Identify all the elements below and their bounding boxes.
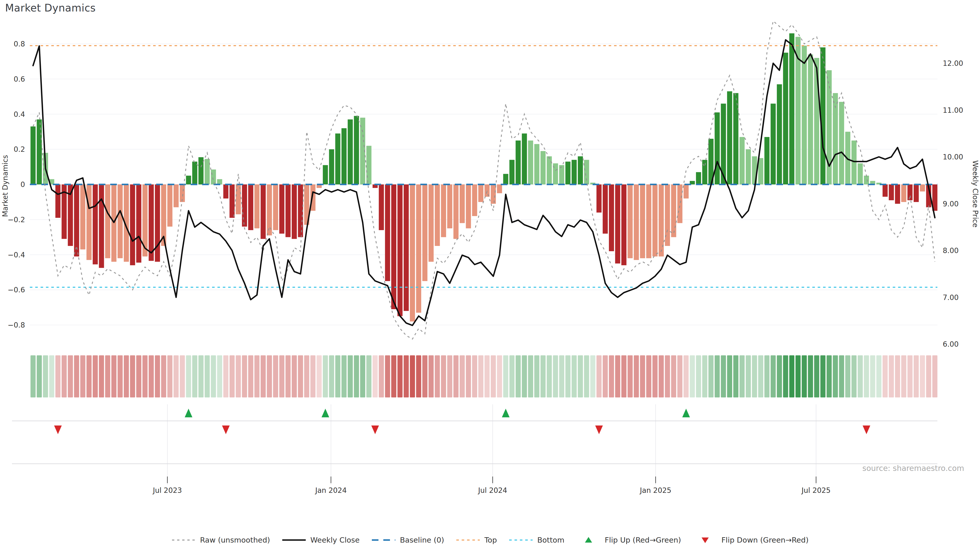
- heatmap-cell: [99, 355, 104, 397]
- dynamics-bar: [565, 162, 570, 184]
- dynamics-bar: [192, 162, 197, 184]
- heatmap-cell: [242, 355, 247, 397]
- heatmap-cell: [758, 355, 763, 397]
- dynamics-bar: [86, 184, 92, 260]
- heatmap-cell: [659, 355, 664, 397]
- heatmap-cell: [391, 355, 396, 397]
- heatmap-cell: [652, 355, 658, 397]
- heatmap-cell: [180, 355, 185, 397]
- y-axis-tick-label-right: 8.00: [943, 246, 959, 255]
- heatmap-cell: [86, 355, 92, 397]
- top-line-swatch: [456, 536, 480, 545]
- raw-line-swatch: [172, 536, 196, 545]
- dynamics-bar: [99, 184, 104, 268]
- heatmap-cell: [478, 355, 484, 397]
- heatmap-cell: [49, 355, 54, 397]
- dynamics-bar: [211, 169, 216, 184]
- dynamics-bar: [478, 184, 484, 202]
- heatmap-cell: [460, 355, 465, 397]
- heatmap-cell: [286, 355, 291, 397]
- x-axis-tick-label: Jul 2023: [152, 486, 182, 495]
- dynamics-bar: [746, 149, 751, 184]
- heatmap-cell: [497, 355, 502, 397]
- flip-up-marker: [321, 409, 329, 417]
- heatmap-cell: [93, 355, 98, 397]
- heatmap-cell: [920, 355, 925, 397]
- heatmap-cell: [354, 355, 359, 397]
- heatmap-cell: [572, 355, 577, 397]
- baseline-swatch: [371, 536, 396, 545]
- dynamics-bar: [864, 176, 869, 184]
- y-axis-tick-label-left: 0.4: [14, 110, 25, 119]
- dynamics-bar: [354, 116, 359, 184]
- dynamics-bar: [578, 156, 583, 184]
- heatmap-cell: [111, 355, 116, 397]
- legend-label: Flip Up (Red→Green): [605, 536, 681, 545]
- dynamics-bar: [528, 141, 533, 184]
- dynamics-bar: [547, 156, 552, 184]
- heatmap-cell: [329, 355, 334, 397]
- heatmap-cell: [646, 355, 651, 397]
- dynamics-bar: [652, 184, 658, 256]
- y-axis-tick-label-left: 0: [21, 180, 25, 189]
- heatmap-cell: [441, 355, 446, 397]
- dynamics-bar: [584, 160, 589, 184]
- heatmap-cell: [292, 355, 297, 397]
- heatmap-cell: [584, 355, 589, 397]
- x-axis-tick-label: Jul 2025: [801, 486, 831, 495]
- dynamics-bar: [173, 184, 179, 207]
- dynamics-bar: [149, 184, 154, 261]
- heatmap-cell: [68, 355, 73, 397]
- heatmap-cell: [541, 355, 546, 397]
- heatmap-cell: [167, 355, 172, 397]
- dynamics-bar: [366, 146, 371, 184]
- heatmap-cell: [404, 355, 409, 397]
- heatmap-cell: [410, 355, 415, 397]
- dynamics-bar: [261, 184, 266, 239]
- y-axis-tick-label-left: −0.4: [8, 251, 25, 259]
- legend-item[interactable]: Flip Up (Red→Green): [576, 536, 681, 545]
- dynamics-bar: [472, 184, 477, 216]
- heatmap-cell: [547, 355, 552, 397]
- y-axis-tick-label-right: 11.00: [943, 106, 963, 114]
- y-axis-tick-label-left: 0.6: [14, 75, 25, 83]
- heatmap-cell: [590, 355, 595, 397]
- dynamics-bar: [404, 184, 409, 311]
- dynamics-bar: [30, 127, 36, 184]
- x-axis-tick-label: Jan 2024: [315, 486, 347, 495]
- legend-item[interactable]: Baseline (0): [371, 536, 444, 545]
- heatmap-cell: [435, 355, 440, 397]
- heatmap-cell: [348, 355, 353, 397]
- dynamics-bar: [497, 184, 502, 193]
- heatmap-cell: [323, 355, 328, 397]
- heatmap-cell: [746, 355, 751, 397]
- heatmap-cell: [428, 355, 434, 397]
- heatmap-cell: [56, 355, 60, 397]
- flip-up-marker: [502, 409, 510, 417]
- flip-down-marker: [371, 426, 379, 434]
- heatmap-cell: [385, 355, 390, 397]
- heatmap-cell: [833, 355, 838, 397]
- legend-item[interactable]: Weekly Close: [282, 536, 360, 545]
- heatmap-cell: [889, 355, 894, 397]
- dynamics-bar: [851, 141, 856, 184]
- dynamics-bar: [603, 184, 608, 233]
- dynamics-bar: [733, 93, 738, 184]
- dynamics-bar: [453, 184, 458, 239]
- y-axis-tick-label-right: 12.00: [943, 59, 963, 68]
- heatmap-cell: [845, 355, 850, 397]
- legend-item[interactable]: Top: [456, 536, 497, 545]
- heatmap-cell: [671, 355, 676, 397]
- heatmap-cell: [740, 355, 745, 397]
- heatmap-cell: [335, 355, 340, 397]
- dynamics-bar: [428, 184, 434, 262]
- dynamics-bar: [342, 128, 347, 184]
- legend-item[interactable]: Raw (unsmoothed): [172, 536, 270, 545]
- dynamics-bar: [883, 184, 888, 197]
- heatmap-cell: [895, 355, 900, 397]
- legend-item[interactable]: Flip Down (Green→Red): [693, 536, 809, 545]
- heatmap-cell: [118, 355, 123, 397]
- legend-item[interactable]: Bottom: [509, 536, 564, 545]
- source-attribution: source: sharemaestro.com: [862, 464, 964, 473]
- heatmap-cell: [422, 355, 428, 397]
